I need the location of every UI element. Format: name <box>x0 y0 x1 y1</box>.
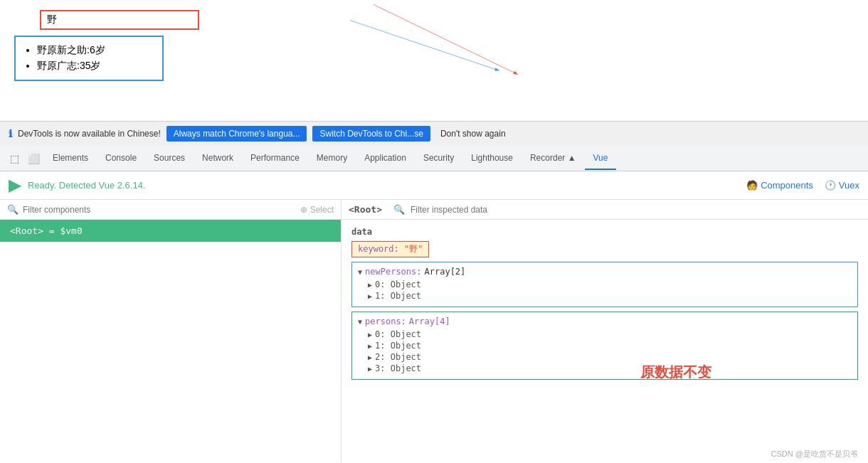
new-persons-item-1[interactable]: ▶ 1: Object <box>358 291 852 301</box>
tab-lighthouse[interactable]: Lighthouse <box>462 147 522 170</box>
select-btn[interactable]: ⊕ Select <box>300 205 334 215</box>
tab-memory[interactable]: Memory <box>308 147 356 170</box>
tab-console[interactable]: Console <box>97 147 145 170</box>
new-persons-item-0[interactable]: ▶ 0: Object <box>358 280 852 289</box>
switch-devtools-btn[interactable]: Switch DevTools to Chi...se <box>312 126 430 142</box>
autocomplete-list: 野原新之助:6岁 野原广志:35岁 <box>24 43 154 74</box>
triangle-icon-p0: ▶ <box>368 331 372 339</box>
device-toggle-btn[interactable]: ⬜ <box>23 150 44 167</box>
always-match-btn[interactable]: Always match Chrome's langua... <box>166 126 307 142</box>
triangle-icon-p3: ▶ <box>368 365 372 373</box>
tab-performance[interactable]: Performance <box>242 147 308 170</box>
vue-ready-text: Ready. Detected Vue 2.6.14. <box>28 180 146 191</box>
persons-key: persons: <box>365 316 406 326</box>
devtools-tabs: ⬚ ⬜ Elements Console Sources Network Per… <box>0 146 868 171</box>
search-input-wrapper <box>40 10 199 30</box>
inspect-filter-input[interactable] <box>411 205 517 215</box>
persons-item-1[interactable]: ▶ 1: Object <box>358 341 852 351</box>
triangle-icon-0: ▶ <box>368 281 372 289</box>
components-btn[interactable]: 🧑 Components <box>746 180 813 191</box>
vue-main: 🔍 ⊕ Select <Root> = $vm0 <Root> 🔍 data <box>0 200 868 462</box>
select-icon: ⊕ <box>300 205 307 215</box>
data-content: data keyword: "野" ▼ newPersons: Array[2] <box>342 220 868 446</box>
right-header: <Root> 🔍 <box>342 200 868 220</box>
svg-line-2 <box>374 5 517 75</box>
root-row[interactable]: <Root> = $vm0 <box>0 220 341 242</box>
persons-item-3[interactable]: ▶ 3: Object <box>358 363 852 373</box>
annotation-text: 原数据不变 <box>640 363 711 382</box>
keyword-key: keyword: <box>358 244 399 254</box>
persons-item-2[interactable]: ▶ 2: Object <box>358 352 852 362</box>
tab-elements[interactable]: Elements <box>44 147 97 170</box>
persons-header: ▼ persons: Array[4] <box>358 316 852 326</box>
vue-header-right: 🧑 Components 🕐 Vuex <box>746 180 859 191</box>
vue-right-panel: <Root> 🔍 data keyword: "野" ▼ newPersons: <box>342 200 868 462</box>
vuex-btn[interactable]: 🕐 Vuex <box>825 180 859 191</box>
data-label: data <box>351 227 858 237</box>
keyword-box: keyword: "野" <box>351 241 429 257</box>
info-icon: ℹ <box>9 128 12 139</box>
new-persons-header: ▼ newPersons: Array[2] <box>358 267 852 277</box>
csdn-watermark: CSDN @是吃货不是贝爷 <box>342 446 868 462</box>
clock-icon: 🕐 <box>825 180 836 191</box>
inspect-element-btn[interactable]: ⬚ <box>6 150 23 167</box>
tab-sources[interactable]: Sources <box>145 147 194 170</box>
vue-left-panel: 🔍 ⊕ Select <Root> = $vm0 <box>0 200 342 462</box>
dont-show-again-btn[interactable]: Don't show again <box>436 126 510 142</box>
autocomplete-item-1[interactable]: 野原广志:35岁 <box>37 58 154 74</box>
vue-logo: ▶ <box>9 176 21 195</box>
devtools-notification: ℹ DevTools is now available in Chinese! … <box>0 121 868 146</box>
new-persons-box: ▼ newPersons: Array[2] ▶ 0: Object ▶ 1: … <box>351 262 858 307</box>
persons-value: Array[4] <box>409 316 450 326</box>
notification-text: DevTools is now available in Chinese! <box>18 129 161 139</box>
new-persons-value: Array[2] <box>425 267 466 277</box>
root-tag: <Root> <box>349 204 382 215</box>
filter-components-input[interactable] <box>23 205 296 215</box>
tab-network[interactable]: Network <box>194 147 242 170</box>
triangle-icon-1: ▶ <box>368 292 372 300</box>
new-persons-key: newPersons: <box>365 267 421 277</box>
tab-security[interactable]: Security <box>415 147 462 170</box>
triangle-icon-persons: ▼ <box>358 318 362 326</box>
autocomplete-dropdown: 野原新之助:6岁 野原广志:35岁 <box>14 36 164 81</box>
search-icon: 🔍 <box>7 204 18 215</box>
triangle-icon: ▼ <box>358 268 362 276</box>
search-input[interactable] <box>41 11 198 28</box>
person-icon: 🧑 <box>746 180 758 191</box>
keyword-value: "野" <box>404 244 423 254</box>
triangle-icon-p2: ▶ <box>368 353 372 361</box>
triangle-icon-p1: ▶ <box>368 342 372 350</box>
autocomplete-item-0[interactable]: 野原新之助:6岁 <box>37 43 154 58</box>
browser-top: 野原新之助:6岁 野原广志:35岁 <box>0 0 868 121</box>
tab-recorder[interactable]: Recorder ▲ <box>522 147 585 170</box>
persons-box: ▼ persons: Array[4] ▶ 0: Object ▶ 1: Obj… <box>351 312 858 380</box>
vue-header: ▶ Ready. Detected Vue 2.6.14. 🧑 Componen… <box>0 171 868 200</box>
tab-vue[interactable]: Vue <box>585 147 617 170</box>
vue-panel: ▶ Ready. Detected Vue 2.6.14. 🧑 Componen… <box>0 171 868 462</box>
svg-line-3 <box>350 21 499 71</box>
filter-bar: 🔍 ⊕ Select <box>0 200 341 220</box>
persons-item-0[interactable]: ▶ 0: Object <box>358 329 852 339</box>
search-icon-right: 🔍 <box>393 204 405 215</box>
tab-application[interactable]: Application <box>356 147 415 170</box>
